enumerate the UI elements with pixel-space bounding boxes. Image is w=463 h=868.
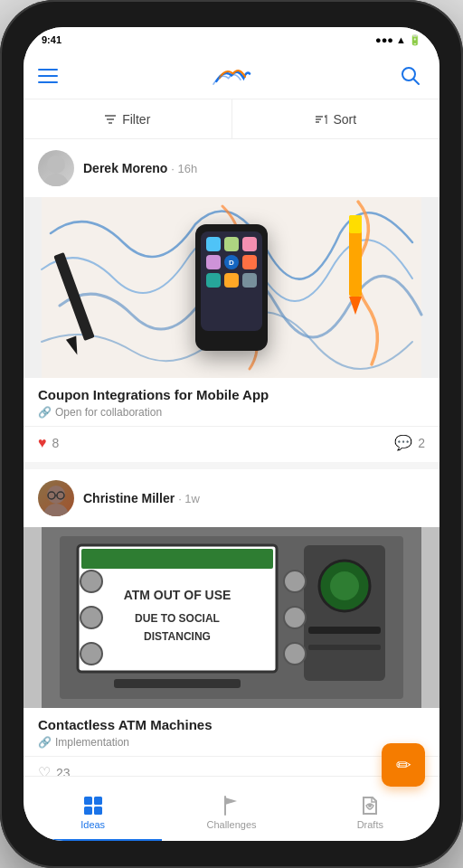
card-1-likes[interactable]: ♥ 8	[38, 435, 59, 451]
flag-icon	[221, 795, 242, 816]
app-icon-4	[206, 255, 221, 269]
heart-outline-icon: ♡	[38, 764, 51, 776]
app-icon-8	[224, 273, 239, 288]
svg-line-1	[413, 79, 419, 84]
status-bar: 9:41 ●●● ▲ 🔋	[24, 27, 439, 52]
comment-icon: 💬	[394, 434, 412, 451]
card-1-comment-count: 2	[418, 436, 425, 450]
svg-rect-25	[81, 549, 273, 569]
nav-challenges[interactable]: Challenges	[162, 788, 300, 830]
card-1-author-time: · 16h	[171, 162, 197, 175]
menu-button[interactable]	[38, 61, 67, 90]
svg-rect-15	[349, 215, 362, 233]
card-1-author-row: Derek Moreno · 16h	[24, 139, 439, 197]
derek-avatar	[38, 150, 74, 186]
card-1-tag: 🔗 Open for collaboration	[38, 406, 425, 419]
header	[24, 52, 439, 99]
filter-button[interactable]: Filter	[24, 99, 232, 138]
card-2-author-info: Christine Miller · 1w	[83, 491, 200, 505]
svg-rect-41	[84, 797, 92, 805]
derek-avatar-image	[38, 150, 74, 186]
svg-rect-43	[84, 807, 92, 815]
app-logo	[209, 62, 254, 90]
app-icon-9	[242, 273, 257, 288]
drafts-icon	[359, 795, 381, 816]
hamburger-line-3	[38, 81, 58, 83]
app-icon-3	[242, 237, 257, 251]
card-2-author-row: Christine Miller · 1w	[24, 469, 439, 527]
app-icon-5: D	[224, 255, 239, 269]
card-2-info: Contactless ATM Machines 🔗 Implementatio…	[24, 708, 439, 749]
nav-active-indicator	[24, 839, 162, 841]
phone-frame: 9:41 ●●● ▲ 🔋	[0, 0, 463, 868]
atm-svg: ATM OUT OF USE DUE TO SOCIAL DISTANCING	[24, 527, 439, 708]
app-icon-1	[206, 237, 221, 251]
card-1: Derek Moreno · 16h	[24, 139, 439, 462]
collaboration-icon: 🔗	[38, 406, 52, 419]
svg-text:DISTANCING: DISTANCING	[144, 630, 211, 643]
filter-sort-bar: Filter Sort	[24, 99, 439, 139]
svg-point-39	[284, 643, 306, 665]
card-1-tag-text: Open for collaboration	[55, 406, 162, 419]
content-area[interactable]: Derek Moreno · 16h	[24, 139, 439, 776]
app-icon-2	[224, 237, 239, 251]
card-1-title: Coupon Integrations for Mobile App	[38, 387, 425, 402]
christine-avatar	[38, 480, 74, 516]
sort-button[interactable]: Sort	[232, 99, 440, 138]
app-icon-7	[206, 273, 221, 288]
status-time: 9:41	[42, 34, 61, 45]
bottom-nav: Ideas Challenges Drafts	[24, 776, 439, 841]
svg-text:ATM OUT OF USE: ATM OUT OF USE	[124, 588, 232, 602]
heart-icon: ♥	[38, 435, 47, 451]
phone-screen: 9:41 ●●● ▲ 🔋	[24, 27, 439, 841]
nav-ideas-label: Ideas	[80, 819, 105, 830]
svg-rect-33	[308, 645, 381, 650]
card-2-author-time: · 1w	[178, 492, 200, 505]
svg-rect-44	[94, 807, 102, 815]
svg-point-34	[80, 571, 102, 592]
svg-point-45	[368, 804, 372, 807]
hamburger-line-1	[38, 69, 58, 71]
svg-point-31	[330, 571, 359, 600]
search-icon	[401, 66, 420, 86]
hamburger-line-2	[38, 75, 58, 77]
svg-point-10	[43, 174, 69, 186]
card-1-comments[interactable]: 💬 2	[394, 434, 425, 451]
svg-text:DUE TO SOCIAL: DUE TO SOCIAL	[135, 612, 220, 625]
svg-rect-42	[94, 797, 102, 805]
nav-challenges-label: Challenges	[206, 819, 256, 830]
svg-point-35	[80, 607, 102, 628]
nav-drafts-label: Drafts	[357, 819, 383, 830]
status-icons: ●●● ▲ 🔋	[375, 34, 421, 46]
card-2-like-count: 23	[56, 766, 71, 777]
card-2-likes[interactable]: ♡ 23	[38, 764, 71, 776]
card-1-like-count: 8	[52, 436, 60, 450]
card-2: Christine Miller · 1w	[24, 469, 439, 776]
card-1-actions: ♥ 8 💬 2	[24, 426, 439, 462]
svg-point-18	[43, 504, 69, 516]
nav-drafts[interactable]: Drafts	[301, 788, 439, 830]
card-1-info: Coupon Integrations for Mobile App 🔗 Ope…	[24, 378, 439, 419]
card-1-author-info: Derek Moreno · 16h	[83, 161, 197, 175]
card-2-tag: 🔗 Implementation	[38, 736, 425, 749]
nav-ideas[interactable]: Ideas	[24, 788, 162, 830]
search-button[interactable]	[396, 61, 425, 90]
compose-icon: ✏	[396, 754, 411, 776]
card-1-author-name: Derek Moreno	[83, 161, 167, 175]
svg-point-37	[284, 571, 306, 592]
phone-screen-display: D	[201, 231, 262, 331]
grid-icon	[82, 795, 104, 816]
implementation-icon: 🔗	[38, 736, 52, 749]
card-2-title: Contactless ATM Machines	[38, 717, 425, 732]
svg-point-9	[47, 156, 65, 174]
card-2-tag-text: Implementation	[55, 736, 129, 749]
svg-point-38	[284, 607, 306, 628]
compose-fab[interactable]: ✏	[382, 743, 425, 787]
app-icon-6	[242, 255, 257, 269]
card-2-image: ATM OUT OF USE DUE TO SOCIAL DISTANCING	[24, 527, 439, 708]
filter-icon	[104, 113, 117, 126]
card-2-actions: ♡ 23 💬 5	[24, 756, 439, 776]
card-2-author-name: Christine Miller	[83, 491, 175, 505]
filter-label: Filter	[122, 112, 150, 127]
sort-icon	[315, 113, 327, 126]
